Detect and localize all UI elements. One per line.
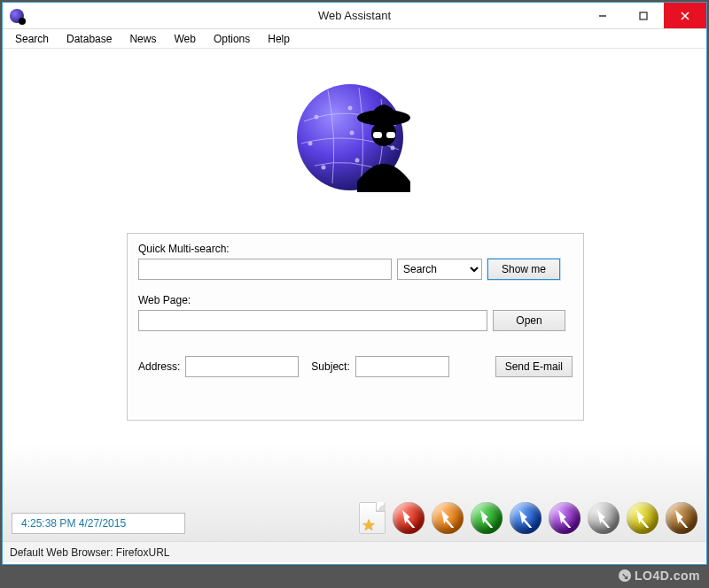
cursor-orb-orange-icon[interactable] (432, 502, 464, 534)
titlebar[interactable]: Web Assistant (3, 3, 706, 29)
menu-search[interactable]: Search (8, 31, 56, 47)
menu-web[interactable]: Web (167, 31, 202, 47)
new-document-icon[interactable] (359, 502, 386, 534)
app-window: Web Assistant Search Database News Web O… (2, 2, 707, 565)
subject-input[interactable] (355, 356, 449, 377)
close-icon (680, 11, 690, 21)
maximize-button[interactable] (623, 3, 664, 28)
cursor-orb-purple-icon[interactable] (549, 502, 580, 534)
svg-point-11 (322, 166, 326, 170)
logo-area (3, 49, 706, 201)
bottom-bar: 4:25:38 PM 4/27/2015 (12, 495, 697, 534)
statusbar: Default Web Browser: FirefoxURL (3, 541, 706, 562)
svg-point-5 (315, 115, 319, 120)
main-panel: Quick Multi-search: Search Show me Web P… (127, 233, 584, 421)
svg-rect-16 (373, 132, 382, 138)
svg-rect-17 (386, 132, 395, 138)
web-page-input[interactable] (138, 310, 487, 331)
cursor-orb-green-icon[interactable] (471, 502, 503, 534)
app-logo-icon (288, 68, 421, 201)
cursor-orb-silver-icon[interactable] (588, 502, 619, 534)
menu-news[interactable]: News (122, 31, 163, 47)
window-controls (582, 3, 706, 28)
clock-display: 4:25:38 PM 4/27/2015 (12, 513, 185, 534)
address-label: Address: (138, 360, 180, 373)
watermark-icon: ↘ (619, 569, 631, 582)
svg-rect-1 (640, 12, 647, 19)
svg-point-12 (355, 159, 360, 163)
menubar: Search Database News Web Options Help (3, 29, 706, 49)
web-page-label: Web Page: (138, 294, 573, 306)
close-button[interactable] (664, 3, 706, 28)
menu-help[interactable]: Help (261, 31, 297, 47)
watermark: ↘ LO4D.com (619, 569, 700, 583)
subject-label: Subject: (311, 360, 349, 373)
minimize-button[interactable] (582, 3, 623, 28)
send-email-button[interactable]: Send E-mail (495, 356, 573, 377)
menu-options[interactable]: Options (206, 31, 257, 47)
statusbar-text: Default Web Browser: FirefoxURL (10, 546, 170, 559)
cursor-orb-red-icon[interactable] (393, 502, 425, 534)
svg-point-10 (391, 146, 395, 151)
address-input[interactable] (185, 356, 299, 377)
svg-point-8 (308, 142, 313, 146)
watermark-text: LO4D.com (635, 569, 700, 583)
cursor-orb-brown-icon[interactable] (666, 502, 697, 534)
show-me-button[interactable]: Show me (487, 259, 560, 280)
maximize-icon (639, 12, 648, 20)
quick-search-label: Quick Multi-search: (138, 243, 573, 255)
svg-point-6 (348, 106, 353, 111)
cursor-orb-yellow-icon[interactable] (627, 502, 658, 534)
cursor-orb-blue-icon[interactable] (510, 502, 541, 534)
svg-point-9 (350, 131, 354, 135)
quick-search-input[interactable] (138, 259, 392, 280)
open-button[interactable]: Open (493, 310, 565, 331)
menu-database[interactable]: Database (59, 31, 119, 47)
content-area: Quick Multi-search: Search Show me Web P… (3, 49, 706, 541)
quick-launch-strip (359, 502, 697, 534)
minimize-icon (598, 12, 607, 20)
search-type-select[interactable]: Search (397, 259, 482, 280)
app-icon (10, 9, 24, 23)
